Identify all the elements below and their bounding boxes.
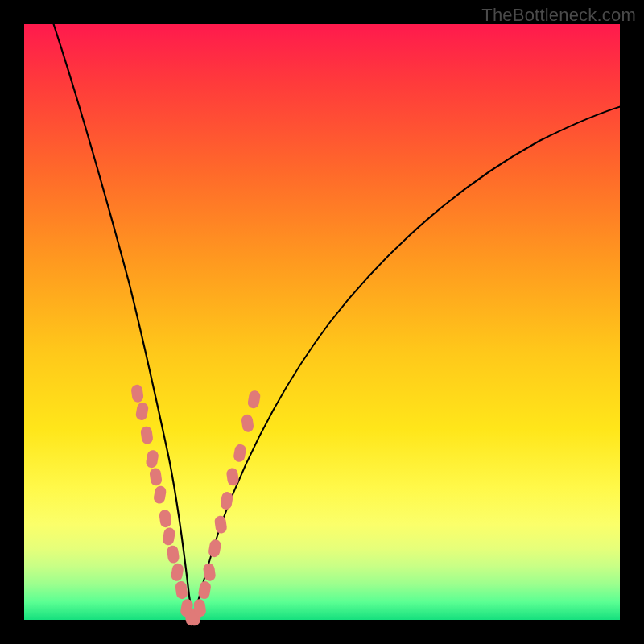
data-marker: [145, 449, 159, 469]
chart-frame: TheBottleneck.com: [0, 0, 644, 644]
data-marker: [241, 414, 254, 433]
data-marker: [140, 426, 154, 445]
data-marker: [247, 390, 262, 409]
data-marker: [226, 468, 240, 487]
data-marker: [159, 509, 172, 528]
right-curve: [193, 103, 632, 620]
markers: [130, 384, 261, 626]
data-marker: [220, 491, 234, 510]
data-marker: [233, 444, 247, 463]
data-marker: [162, 526, 176, 546]
data-marker: [130, 384, 144, 403]
data-marker: [135, 402, 150, 421]
data-marker: [153, 485, 167, 505]
watermark-text: TheBottleneck.com: [481, 5, 636, 26]
right-branch-path: [193, 103, 632, 620]
plot-area: [24, 24, 620, 620]
data-marker: [149, 468, 163, 487]
curves-svg: [24, 24, 620, 620]
data-marker: [208, 539, 222, 558]
data-marker: [167, 545, 180, 564]
data-marker: [170, 563, 184, 582]
data-marker: [214, 515, 228, 535]
data-marker: [175, 580, 188, 600]
